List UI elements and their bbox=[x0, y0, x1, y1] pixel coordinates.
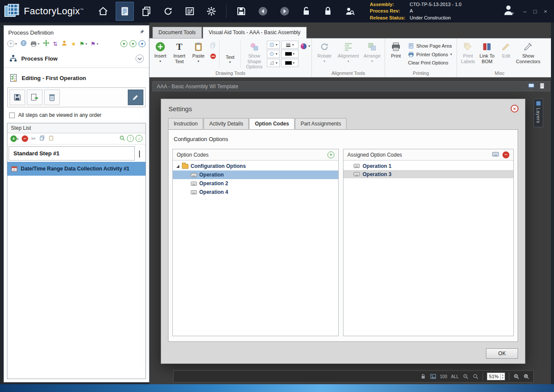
tree-node-configuration-options[interactable]: Configuration Options bbox=[173, 162, 338, 170]
any-order-checkbox[interactable] bbox=[9, 112, 15, 118]
flag-purple-button[interactable]: ⚑▾ bbox=[91, 41, 98, 47]
show-connectors-button[interactable]: Show Connectors bbox=[515, 39, 541, 70]
tab-visual-aid-tools[interactable]: Visual Aid Tools - AAA - Basic Assembly bbox=[203, 27, 307, 39]
remove-button[interactable] bbox=[210, 53, 217, 61]
documents-button[interactable] bbox=[137, 2, 156, 21]
run-button[interactable]: ● bbox=[120, 40, 127, 47]
print-button[interactable]: ▾ bbox=[30, 41, 39, 47]
lock-button[interactable] bbox=[319, 2, 337, 21]
maximize-button[interactable]: □ bbox=[534, 8, 537, 15]
status-all[interactable]: ALL bbox=[451, 374, 459, 379]
line-weight-button[interactable]: ▾ bbox=[281, 41, 298, 49]
remove-assigned-button[interactable]: − bbox=[502, 151, 509, 158]
zoom-page-icon[interactable] bbox=[523, 373, 529, 379]
tab-part-assignments[interactable]: Part Assignments bbox=[295, 118, 347, 129]
process-flow-row[interactable]: Process Flow bbox=[4, 51, 149, 68]
user-search-button[interactable] bbox=[340, 2, 359, 21]
fit-screen-button[interactable] bbox=[528, 83, 535, 90]
insert-text-button[interactable]: T Insert Text bbox=[170, 39, 189, 70]
person-icon bbox=[61, 40, 68, 46]
cut-icon[interactable]: ✂ bbox=[31, 136, 36, 141]
tree-node-operation[interactable]: Operation bbox=[173, 170, 338, 179]
fill-color-picker[interactable]: ▾ bbox=[281, 59, 298, 67]
zoom-fit-icon[interactable] bbox=[473, 373, 479, 379]
insert-button[interactable]: Insert▾ bbox=[151, 39, 170, 70]
tab-activity-details[interactable]: Activity Details bbox=[204, 118, 249, 129]
theme-color-button[interactable]: ▾ bbox=[300, 42, 310, 50]
link-button[interactable] bbox=[20, 40, 27, 48]
add-button[interactable]: +▾ bbox=[7, 40, 17, 47]
minimize-button[interactable]: – bbox=[523, 8, 526, 15]
release-button[interactable]: ● bbox=[130, 40, 136, 47]
image-icon[interactable] bbox=[430, 373, 436, 379]
sync-button[interactable] bbox=[159, 2, 177, 21]
paste-button[interactable]: Paste▾ bbox=[189, 39, 208, 70]
move-up-button[interactable]: ↑ bbox=[127, 135, 134, 142]
zoom-in-icon[interactable] bbox=[513, 373, 519, 379]
assigned-list-button[interactable] bbox=[492, 151, 499, 158]
tree-node-operation-4[interactable]: Operation 4 bbox=[173, 188, 338, 196]
unlock-button[interactable] bbox=[297, 2, 315, 21]
find-step-button[interactable] bbox=[119, 135, 125, 142]
text-button[interactable]: Text▾ bbox=[220, 39, 240, 70]
rectangle-shape-button[interactable]: ▾ bbox=[267, 41, 280, 49]
arc-shape-button[interactable]: ▾ bbox=[267, 59, 280, 67]
transfer-button[interactable] bbox=[43, 40, 49, 48]
collapse-step-button[interactable] bbox=[137, 151, 144, 157]
zoom-spinner[interactable]: ▲▼ bbox=[500, 373, 505, 379]
page-view-button[interactable] bbox=[538, 83, 546, 90]
clear-print-options-button[interactable]: Clear Print Options bbox=[408, 60, 452, 65]
activity-row-selected[interactable]: Date/Time Range Data Collection Activity… bbox=[7, 162, 146, 176]
home-button[interactable] bbox=[94, 2, 112, 21]
zoom-level-control[interactable]: 51% ▲▼ bbox=[487, 373, 505, 380]
status-100[interactable]: 100 bbox=[440, 374, 447, 379]
show-page-area-button[interactable]: Show Page Area bbox=[408, 43, 452, 49]
save-step-button[interactable] bbox=[10, 90, 25, 105]
tab-instruction[interactable]: Instruction bbox=[168, 118, 203, 129]
ok-button[interactable]: OK bbox=[486, 348, 518, 359]
tab-document-tools[interactable]: Document Tools bbox=[152, 27, 202, 38]
refresh-button[interactable]: ● bbox=[139, 40, 146, 47]
star-icon[interactable]: ★ bbox=[71, 41, 76, 47]
zoom-out-icon[interactable] bbox=[463, 373, 469, 379]
save-button[interactable] bbox=[232, 2, 250, 21]
reports-button[interactable] bbox=[181, 2, 199, 21]
line-color-picker[interactable]: ▾ bbox=[281, 50, 298, 58]
sync-steps-icon[interactable]: ⇅ bbox=[53, 41, 58, 47]
expand-process-flow-button[interactable] bbox=[136, 55, 144, 63]
flag-green-button[interactable]: ⚑▾ bbox=[80, 41, 87, 47]
add-step-button[interactable]: +▾ bbox=[10, 135, 19, 142]
work-instructions-button[interactable] bbox=[116, 2, 134, 21]
link-to-bom-button[interactable]: Link To BOM bbox=[477, 39, 496, 70]
forward-button[interactable] bbox=[275, 2, 294, 21]
list-item-operation-3[interactable]: Operation 3 bbox=[343, 170, 513, 178]
expander-icon[interactable] bbox=[176, 165, 179, 168]
delete-button[interactable] bbox=[44, 90, 60, 105]
tab-option-codes[interactable]: Option Codes bbox=[249, 118, 295, 129]
list-item-operation-1[interactable]: Operation 1 bbox=[343, 162, 513, 170]
step-group-label[interactable]: Standard Step #1 bbox=[9, 146, 135, 161]
process-rev-label: Process Rev: bbox=[370, 8, 407, 14]
person-button[interactable] bbox=[61, 40, 68, 48]
current-user-button[interactable] bbox=[502, 4, 515, 19]
printer-options-button[interactable]: Printer Options▾ bbox=[408, 51, 452, 58]
add-option-code-button[interactable]: + bbox=[327, 151, 334, 158]
release-status-label: Release Status: bbox=[370, 15, 407, 21]
move-down-button[interactable]: ↓ bbox=[136, 135, 143, 142]
remove-step-button[interactable]: − bbox=[22, 135, 28, 142]
import-button[interactable] bbox=[27, 90, 42, 105]
settings-button[interactable] bbox=[202, 2, 220, 21]
edit-mode-button[interactable] bbox=[128, 90, 143, 105]
ellipse-shape-button[interactable]: ▾ bbox=[267, 50, 280, 58]
tree-node-operation-2[interactable]: Operation 2 bbox=[173, 179, 338, 188]
trademark: ™ bbox=[80, 8, 84, 12]
group-label-alignment: Alignment Tools bbox=[312, 70, 385, 77]
close-button[interactable]: × bbox=[544, 8, 547, 15]
copy-step-button[interactable] bbox=[39, 135, 45, 142]
step-group-row[interactable]: Standard Step #1 bbox=[9, 146, 144, 161]
layers-tab[interactable]: Layers bbox=[534, 99, 543, 127]
pin-button[interactable] bbox=[139, 29, 145, 36]
print-button-ribbon[interactable]: Print bbox=[386, 39, 405, 70]
back-button[interactable] bbox=[254, 2, 272, 21]
dialog-close-button[interactable]: × bbox=[511, 105, 518, 112]
